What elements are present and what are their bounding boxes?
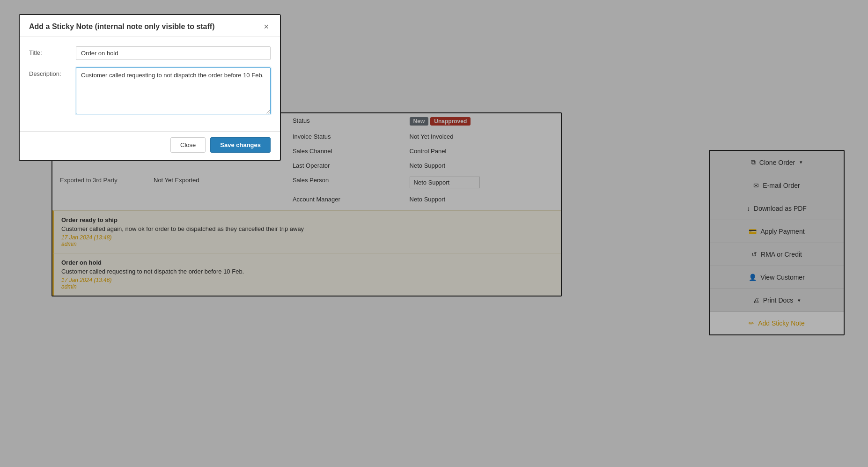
description-row: Description: Customer called requesting … [29, 67, 271, 114]
title-input[interactable] [76, 46, 271, 60]
description-textarea[interactable]: Customer called requesting to not dispat… [76, 67, 271, 114]
close-button[interactable]: Close [170, 137, 206, 153]
modal-close-button[interactable]: × [262, 22, 271, 31]
title-row: Title: [29, 46, 271, 60]
modal-title: Add a Sticky Note (internal note only vi… [29, 22, 215, 31]
sticky-note-modal: Add a Sticky Note (internal note only vi… [19, 14, 281, 161]
modal-footer: Close Save changes [20, 131, 280, 160]
title-label: Title: [29, 46, 76, 56]
modal-header: Add a Sticky Note (internal note only vi… [20, 15, 280, 37]
modal-body: Title: Description: Customer called requ… [20, 37, 280, 131]
description-label: Description: [29, 67, 76, 77]
save-changes-button[interactable]: Save changes [210, 137, 271, 153]
